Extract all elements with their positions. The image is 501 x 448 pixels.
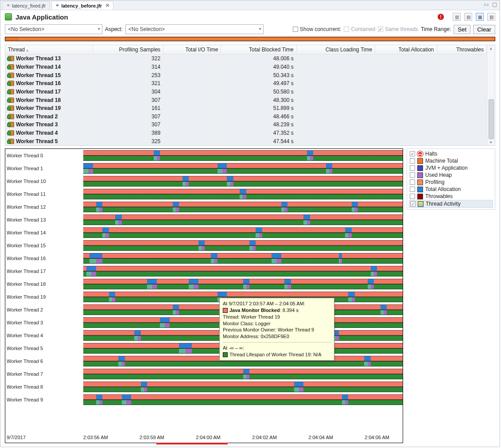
show-concurrent-checkbox[interactable]: Show concurrent: [293, 26, 341, 32]
column-header[interactable]: Total Blocked Time [221, 45, 296, 55]
layout-button-2[interactable]: ▤ [464, 13, 472, 21]
allocation-cell [375, 71, 437, 79]
timeline-lane[interactable]: Worker Thread 8 [5, 380, 403, 393]
blocked-time-cell: 48.466 s [221, 112, 296, 121]
set-button[interactable]: Set [454, 25, 470, 34]
timeline-lane[interactable]: Worker Thread 15 [5, 239, 403, 252]
table-row[interactable]: Worker Thread 1830748.300 s [5, 96, 487, 104]
checkbox-icon [410, 158, 415, 164]
time-range-overview-bar[interactable] [5, 37, 495, 41]
time-range-label: Time Range: [421, 26, 451, 32]
alert-icon[interactable]: ! [438, 14, 444, 20]
table-row[interactable]: Worker Thread 1332248.006 s [5, 55, 487, 63]
timeline-lane[interactable]: Worker Thread 13 [5, 213, 403, 226]
timeline-lane[interactable]: Worker Thread 7 [5, 367, 403, 380]
column-header[interactable]: Total Allocation [375, 45, 437, 55]
clear-button[interactable]: Clear [473, 25, 495, 34]
legend-item[interactable]: Machine Total [409, 157, 493, 164]
axis-tick: 2:03:56 AM [83, 435, 108, 443]
legend-item[interactable]: Thread Activity [409, 200, 493, 208]
lane-bars [83, 252, 403, 265]
scroll-down-icon[interactable]: ▾ [487, 139, 495, 145]
table-scrollbar[interactable]: ▴ ▾ [487, 45, 495, 145]
lane-label: Worker Thread 9 [5, 393, 83, 406]
lane-label: Worker Thread 6 [5, 355, 83, 367]
timeline-lane[interactable]: Worker Thread 3 [5, 316, 403, 329]
layout-button-1[interactable]: ▥ [453, 13, 461, 21]
throwables-cell [437, 104, 486, 113]
class-loading-cell [296, 71, 375, 79]
timeline-lane[interactable]: Worker Thread 2 [5, 303, 403, 316]
column-header[interactable]: Total I/O Time [163, 45, 221, 55]
thread-filter-combo[interactable]: <No Selection> ▾ [5, 24, 102, 34]
column-header[interactable]: Thread▴ [5, 45, 93, 55]
legend-item[interactable]: Total Allocation [409, 186, 493, 193]
legend-item[interactable]: JVM + Application [409, 164, 493, 171]
timeline-lane[interactable]: Worker Thread 12 [5, 200, 403, 213]
timeline-lane[interactable]: Worker Thread 5 [5, 342, 403, 355]
lane-label: Worker Thread 12 [5, 200, 83, 213]
throwables-cell [437, 112, 486, 121]
timeline-lane[interactable]: Worker Thread 0 [5, 149, 403, 162]
allocation-cell [375, 88, 437, 96]
scroll-thumb[interactable] [489, 99, 494, 139]
maximize-icon[interactable]: ▢ [492, 1, 497, 8]
timeline-lane[interactable]: Worker Thread 18 [5, 277, 403, 290]
table-row[interactable]: Worker Thread 438947.352 s [5, 129, 487, 137]
throwables-cell [437, 121, 486, 129]
table-row[interactable]: Worker Thread 1730450.580 s [5, 88, 487, 96]
timeline-lane[interactable]: Worker Thread 9 [5, 393, 403, 406]
column-header[interactable]: Profiling Samples [93, 45, 163, 55]
table-row[interactable]: Worker Thread 1431449.040 s [5, 63, 487, 71]
legend-label: Used Heap [425, 172, 452, 178]
scroll-up-icon[interactable]: ▴ [487, 45, 495, 51]
lane-bars [83, 239, 403, 252]
layout-button-3[interactable]: ▦ [476, 13, 484, 21]
aspect-combo[interactable]: <No Selection> ▾ [125, 24, 264, 34]
io-time-cell [163, 79, 221, 88]
header-row: Java Application ! ▥ ▤ ▦ ▧ [0, 10, 500, 23]
table-row[interactable]: Worker Thread 1525350.343 s [5, 71, 487, 79]
table-row[interactable]: Worker Thread 532547.544 s [5, 137, 487, 145]
io-time-cell [163, 121, 221, 129]
close-icon[interactable]: ✕ [105, 3, 109, 8]
timeline-lane[interactable]: Worker Thread 6 [5, 355, 403, 367]
checkbox-icon [378, 27, 383, 32]
samples-cell: 321 [93, 79, 163, 88]
io-time-cell [163, 129, 221, 137]
column-header[interactable]: Class Loading Time [296, 45, 375, 55]
timeline-lane[interactable]: Worker Thread 14 [5, 226, 403, 239]
timeline-lane[interactable]: Worker Thread 11 [5, 187, 403, 200]
blocked-time-cell: 50.580 s [221, 88, 296, 96]
blocked-time-cell: 48.300 s [221, 96, 296, 104]
timeline-lane[interactable]: Worker Thread 17 [5, 265, 403, 277]
table-row[interactable]: Worker Thread 1632149.497 s [5, 79, 487, 88]
thread-filter-value: <No Selection> [8, 26, 44, 32]
legend-item[interactable]: Halts [409, 150, 493, 157]
timeline-lane[interactable]: Worker Thread 4 [5, 329, 403, 342]
class-loading-cell [296, 96, 375, 104]
file-tab[interactable]: ⚭latency_fixed.jfr [2, 1, 50, 10]
table-row[interactable]: Worker Thread 230748.466 s [5, 112, 487, 121]
axis-tick: 2:04:04 AM [308, 435, 333, 443]
tooltip-lifespan: Thread Lifespan of Worker Thread 19: N/A [223, 351, 331, 358]
legend-item[interactable]: Profiling [409, 179, 493, 186]
samples-cell: 161 [93, 104, 163, 113]
timeline-lane[interactable]: Worker Thread 1 [5, 162, 403, 175]
minimize-icon[interactable]: ▭ [484, 1, 489, 8]
throwables-cell [437, 55, 486, 63]
table-row[interactable]: Worker Thread 330748.239 s [5, 121, 487, 129]
io-time-cell [163, 71, 221, 79]
timeline-lane[interactable]: Worker Thread 16 [5, 252, 403, 265]
file-tab[interactable]: ⚭latency_before.jfr✕ [51, 1, 113, 10]
timeline-lane[interactable]: Worker Thread 19 [5, 290, 403, 303]
timeline-chart[interactable]: Worker Thread 0Worker Thread 1Worker Thr… [5, 148, 403, 443]
legend-label: JVM + Application [425, 165, 468, 171]
timeline-lane[interactable]: Worker Thread 10 [5, 175, 403, 187]
tooltip-line: Monitor Address: 0x258DF9E0 [223, 333, 331, 340]
legend-item[interactable]: Throwables [409, 193, 493, 200]
legend-item[interactable]: Used Heap [409, 171, 493, 179]
column-header[interactable]: Throwables [437, 45, 486, 55]
layout-button-4[interactable]: ▧ [487, 13, 495, 21]
table-row[interactable]: Worker Thread 1916151.899 s [5, 104, 487, 113]
